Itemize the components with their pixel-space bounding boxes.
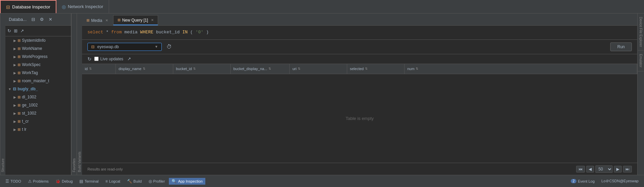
tree-label: dl_1002 [22,95,36,99]
sidebar-item-build-variants[interactable]: Build Variants [77,13,82,175]
bottom-right: 2 Event Log Lo＠CSDN@Eyeswap [568,178,641,185]
bottom-item-lo-csdn[interactable]: Lo＠CSDN@Eyeswap [599,178,641,185]
db-select-icon: ⊟ [91,44,95,49]
bottom-label-app-inspection: App Inspection [178,179,203,183]
tree-item-st1002[interactable]: ▶ ⊞ st_1002 [5,109,71,117]
tree-item-systemidinfo[interactable]: ▶ ⊞ SystemIdInfo [5,36,71,44]
db-icon: ⊟ [13,87,16,91]
rpanel-device-file-explorer[interactable]: Device File Explorer [638,13,644,51]
column-header-uri[interactable]: uri ⇅ [290,64,347,74]
refresh-icon[interactable]: ↻ [87,56,92,62]
sidebar-item-favorites[interactable]: Favorites [71,13,77,175]
sidebar-tree: ▶ ⊞ SystemIdInfo ▶ ⊞ WorkName ▶ ⊞ WorkPr… [5,36,71,175]
sql-part-media: media [124,30,140,35]
bottom-label-lo-csdn: Lo＠CSDN@Eyeswap [601,179,639,184]
close-tab-media[interactable]: ✕ [105,19,108,22]
tree-item-workprogress[interactable]: ▶ ⊞ WorkProgress [5,53,71,61]
sidebar-export-btn[interactable]: ↗ [20,28,24,33]
bottom-item-todo[interactable]: ☰ TODO [3,178,24,185]
tree-item-workname[interactable]: ▶ ⊞ WorkName [5,44,71,53]
page-first-button[interactable]: ⏮ [576,166,585,173]
tree-label: WorkSpec [22,62,41,67]
sidebar-tool-close[interactable]: ✕ [47,16,54,23]
table-icon: ⊞ [18,63,21,67]
arrow-icon: ▶ [14,47,16,51]
sort-icon-bucket-id: ⇅ [193,67,196,70]
live-updates-row: ↻ Live updates ↗ [82,54,637,64]
column-header-num[interactable]: num ⇅ [405,64,637,74]
bottom-item-event-log[interactable]: 2 Event Log [568,178,597,184]
problems-icon: ⚠ [28,179,32,184]
event-log-badge: 2 [571,179,577,183]
query-tab-bar: ⊞ Media ✕ ⊞ New Query [1] ✕ [82,13,637,26]
tree-item-dl1002[interactable]: ▶ ⊞ dl_1002 [5,93,71,101]
close-tab-newquery[interactable]: ✕ [151,18,154,22]
table-icon: ⊞ [18,38,21,43]
arrow-icon: ▶ [14,71,16,75]
sidebar-tool-filter[interactable]: ⊟ [30,16,36,23]
sidebar-schema-btn[interactable]: ⊞ [14,28,18,33]
column-header-selected[interactable]: selected ⇅ [347,64,405,74]
bottom-item-logcat[interactable]: ≡ Logcat [103,178,123,185]
sidebar-container: Databa... ⊟ ⚙ ✕ ↻ ⊞ ↗ ▶ ⊞ SystemIdInfo ▶ [5,13,71,175]
sql-part-paren-close: ) [206,30,209,35]
bottom-item-app-inspection[interactable]: 🔍 App Inspection [169,178,205,185]
content-area: ⊞ Media ✕ ⊞ New Query [1] ✕ select * fro… [82,13,637,175]
query-tab-newquery[interactable]: ⊞ New Query [1] ✕ [113,15,158,25]
export-icon[interactable]: ↗ [127,56,131,61]
tree-label: t lr [22,127,26,132]
page-last-button[interactable]: ⏭ [623,166,632,173]
col-label-bucket-display: bucket_display_na... [233,67,267,71]
sql-part-where: WHERE [140,30,153,35]
sidebar-tool-settings[interactable]: ⚙ [38,16,45,23]
bottom-label-event-log: Event Log [578,179,595,183]
live-updates-checkbox-wrapper: Live updates [94,57,123,61]
column-header-id[interactable]: id ⇅ [82,64,116,74]
sidebar-refresh-btn[interactable]: ↻ [7,28,11,33]
column-header-display-name[interactable]: display_name ⇅ [116,64,173,74]
tab-database-inspector[interactable]: ⊟ Database Inspector [0,0,56,13]
tree-item-bugly-db[interactable]: ▼ ⊟ bugly_db_ [5,85,71,93]
live-updates-label[interactable]: Live updates [100,57,123,61]
db-select-dropdown[interactable]: ⊟ eyeswap.db ▼ [87,43,162,51]
tree-item-tcr[interactable]: ▶ ⊞ t_cr [5,117,71,125]
main-area: Structure Databa... ⊟ ⚙ ✕ ↻ ⊞ ↗ ▶ ⊞ [0,13,644,175]
sidebar-item-structure[interactable]: Structure [0,13,5,175]
sql-editor[interactable]: select * from media WHERE bucket_id IN (… [82,26,637,40]
tab-network-label: Network Inspector [68,4,103,9]
bottom-label-debug: Debug [62,179,73,183]
bottom-item-profiler[interactable]: ◎ Profiler [146,178,168,185]
page-next-button[interactable]: ▶ [614,166,622,173]
col-label-id: id [85,67,88,71]
table-icon: ⊞ [18,127,21,132]
sort-icon-uri: ⇅ [298,67,301,70]
rpanel-emulator[interactable]: Emulator [638,51,644,71]
bottom-item-build[interactable]: 🔨 Build [124,178,144,185]
query-history-button[interactable]: ⏱ [165,42,173,51]
tree-item-worktag[interactable]: ▶ ⊞ WorkTag [5,69,71,77]
bottom-item-problems[interactable]: ⚠ Problems [25,178,51,185]
table-body: Table is empty [82,74,637,163]
bottom-item-terminal[interactable]: ▤ Terminal [77,178,101,185]
tree-item-workspec[interactable]: ▶ ⊞ WorkSpec [5,61,71,69]
page-prev-button[interactable]: ◀ [586,166,594,173]
table-icon: ⊞ [18,103,21,107]
tree-item-ge1002[interactable]: ▶ ⊞ ge_1002 [5,101,71,109]
tab-network-inspector[interactable]: ◎ Network Inspector [56,0,109,13]
query-tab-media[interactable]: ⊞ Media ✕ [82,15,112,25]
table-icon: ⊞ [18,111,21,116]
page-size-select[interactable]: 50 100 200 [595,165,613,173]
live-updates-checkbox[interactable] [94,57,99,61]
bottom-bar: ☰ TODO ⚠ Problems 🐞 Debug ▤ Terminal ≡ L… [0,175,644,187]
tree-item-tlr[interactable]: ▶ ⊞ t lr [5,125,71,133]
column-header-bucket-id[interactable]: bucket_id ⇅ [173,64,231,74]
sort-icon-display-name: ⇅ [143,67,146,70]
run-button[interactable]: Run [610,42,632,51]
col-label-num: num [407,67,414,71]
bottom-item-debug[interactable]: 🐞 Debug [53,178,75,185]
sidebar-db-label: Databa... [7,16,28,23]
bottom-label-logcat: Logcat [109,179,120,183]
arrow-icon: ▶ [14,128,16,131]
column-header-bucket-display[interactable]: bucket_display_na... ⇅ [231,64,290,74]
tree-item-room-master[interactable]: ▶ ⊞ room_master_t [5,77,71,85]
